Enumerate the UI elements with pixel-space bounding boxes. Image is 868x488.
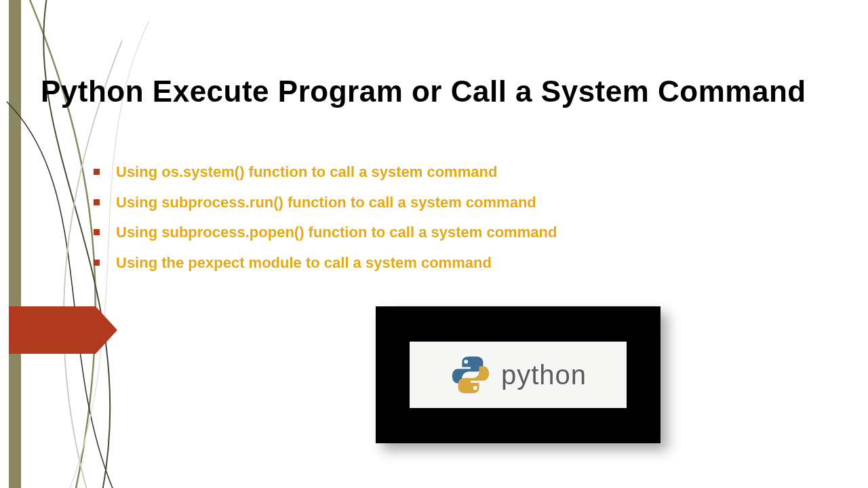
svg-point-1 xyxy=(473,386,477,390)
svg-point-0 xyxy=(464,360,468,364)
list-item: Using os.system() function to call a sys… xyxy=(94,163,772,182)
bullet-text: Using the pexpect module to call a syste… xyxy=(116,253,492,273)
list-item: Using subprocess.popen() function to cal… xyxy=(94,223,772,243)
python-logo-icon xyxy=(450,354,492,396)
accent-arrow-tag xyxy=(9,306,117,354)
list-item: Using the pexpect module to call a syste… xyxy=(94,253,772,273)
python-logo-card: python xyxy=(376,306,660,443)
bullet-square-icon xyxy=(94,229,100,235)
bullet-text: Using os.system() function to call a sys… xyxy=(116,163,497,182)
bullet-text: Using subprocess.popen() function to cal… xyxy=(116,223,557,243)
python-logo-inner: python xyxy=(410,342,627,408)
list-item: Using subprocess.run() function to call … xyxy=(94,193,772,213)
python-wordmark: python xyxy=(501,360,587,390)
accent-left-bar xyxy=(9,0,21,488)
bullet-list: Using os.system() function to call a sys… xyxy=(94,163,772,283)
bullet-square-icon xyxy=(94,169,100,175)
bullet-square-icon xyxy=(94,199,100,205)
slide-title: Python Execute Program or Call a System … xyxy=(41,75,848,108)
bullet-text: Using subprocess.run() function to call … xyxy=(116,193,536,213)
bullet-square-icon xyxy=(94,260,100,266)
